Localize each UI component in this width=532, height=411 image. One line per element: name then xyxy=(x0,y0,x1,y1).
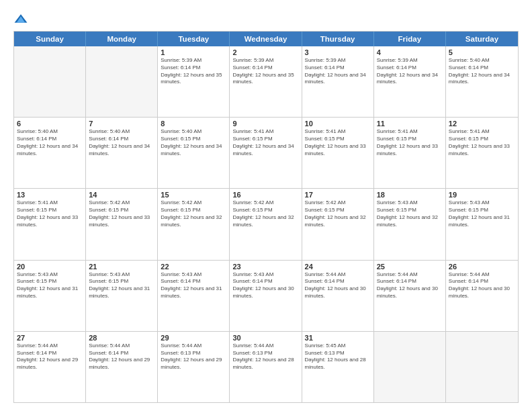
cell-info: Sunrise: 5:43 AM Sunset: 6:15 PM Dayligh… xyxy=(449,199,515,228)
calendar-cell: 11Sunrise: 5:41 AM Sunset: 6:15 PM Dayli… xyxy=(374,118,446,188)
calendar-cell: 5Sunrise: 5:40 AM Sunset: 6:14 PM Daylig… xyxy=(446,46,518,117)
calendar-cell: 29Sunrise: 5:44 AM Sunset: 6:13 PM Dayli… xyxy=(158,332,230,402)
day-number: 21 xyxy=(89,263,154,271)
logo xyxy=(13,12,31,27)
page: SundayMondayTuesdayWednesdayThursdayFrid… xyxy=(0,0,532,411)
day-number: 8 xyxy=(161,120,226,128)
cell-info: Sunrise: 5:43 AM Sunset: 6:14 PM Dayligh… xyxy=(232,271,298,300)
calendar-header-row: SundayMondayTuesdayWednesdayThursdayFrid… xyxy=(14,32,518,46)
cell-info: Sunrise: 5:40 AM Sunset: 6:14 PM Dayligh… xyxy=(449,57,515,86)
day-number: 3 xyxy=(305,48,371,56)
cell-info: Sunrise: 5:41 AM Sunset: 6:15 PM Dayligh… xyxy=(17,199,83,228)
calendar-cell: 3Sunrise: 5:39 AM Sunset: 6:14 PM Daylig… xyxy=(302,46,374,117)
calendar-cell: 15Sunrise: 5:42 AM Sunset: 6:15 PM Dayli… xyxy=(158,189,230,259)
day-number: 2 xyxy=(232,48,298,56)
calendar-cell: 27Sunrise: 5:44 AM Sunset: 6:14 PM Dayli… xyxy=(14,332,86,402)
calendar-body: 1Sunrise: 5:39 AM Sunset: 6:14 PM Daylig… xyxy=(14,46,518,402)
cell-info: Sunrise: 5:45 AM Sunset: 6:13 PM Dayligh… xyxy=(305,342,371,371)
calendar-cell: 20Sunrise: 5:43 AM Sunset: 6:15 PM Dayli… xyxy=(14,261,86,331)
calendar-cell: 31Sunrise: 5:45 AM Sunset: 6:13 PM Dayli… xyxy=(302,332,374,402)
calendar-week-row: 27Sunrise: 5:44 AM Sunset: 6:14 PM Dayli… xyxy=(14,332,518,402)
calendar-cell xyxy=(446,332,518,402)
calendar-cell: 30Sunrise: 5:44 AM Sunset: 6:13 PM Dayli… xyxy=(230,332,302,402)
cell-info: Sunrise: 5:44 AM Sunset: 6:14 PM Dayligh… xyxy=(377,271,443,300)
calendar-cell: 16Sunrise: 5:42 AM Sunset: 6:15 PM Dayli… xyxy=(230,189,302,259)
day-number: 4 xyxy=(377,48,443,56)
logo-icon xyxy=(13,12,28,27)
cell-info: Sunrise: 5:43 AM Sunset: 6:14 PM Dayligh… xyxy=(161,271,226,300)
cell-info: Sunrise: 5:39 AM Sunset: 6:14 PM Dayligh… xyxy=(305,57,371,86)
cell-info: Sunrise: 5:40 AM Sunset: 6:14 PM Dayligh… xyxy=(17,128,83,157)
day-number: 13 xyxy=(17,191,83,199)
day-number: 9 xyxy=(232,120,298,128)
day-number: 15 xyxy=(161,191,226,199)
calendar-header-cell: Wednesday xyxy=(230,32,302,46)
cell-info: Sunrise: 5:44 AM Sunset: 6:13 PM Dayligh… xyxy=(161,342,226,371)
day-number: 26 xyxy=(449,263,515,271)
day-number: 19 xyxy=(449,191,515,199)
cell-info: Sunrise: 5:42 AM Sunset: 6:15 PM Dayligh… xyxy=(89,199,154,228)
cell-info: Sunrise: 5:44 AM Sunset: 6:14 PM Dayligh… xyxy=(89,342,154,371)
day-number: 1 xyxy=(161,48,226,56)
cell-info: Sunrise: 5:42 AM Sunset: 6:15 PM Dayligh… xyxy=(232,199,298,228)
calendar-cell: 14Sunrise: 5:42 AM Sunset: 6:15 PM Dayli… xyxy=(86,189,158,259)
calendar-cell: 26Sunrise: 5:44 AM Sunset: 6:14 PM Dayli… xyxy=(446,261,518,331)
cell-info: Sunrise: 5:41 AM Sunset: 6:15 PM Dayligh… xyxy=(449,128,515,157)
day-number: 18 xyxy=(377,191,443,199)
calendar-cell: 10Sunrise: 5:41 AM Sunset: 6:15 PM Dayli… xyxy=(302,118,374,188)
calendar-cell: 18Sunrise: 5:43 AM Sunset: 6:15 PM Dayli… xyxy=(374,189,446,259)
calendar-header-cell: Tuesday xyxy=(158,32,230,46)
cell-info: Sunrise: 5:44 AM Sunset: 6:14 PM Dayligh… xyxy=(305,271,371,300)
day-number: 12 xyxy=(449,120,515,128)
calendar-cell xyxy=(374,332,446,402)
calendar-week-row: 1Sunrise: 5:39 AM Sunset: 6:14 PM Daylig… xyxy=(14,46,518,118)
cell-info: Sunrise: 5:40 AM Sunset: 6:14 PM Dayligh… xyxy=(89,128,154,157)
calendar-header-cell: Friday xyxy=(374,32,446,46)
day-number: 5 xyxy=(449,48,515,56)
calendar-cell xyxy=(86,46,158,117)
calendar-cell: 17Sunrise: 5:42 AM Sunset: 6:15 PM Dayli… xyxy=(302,189,374,259)
day-number: 7 xyxy=(89,120,154,128)
calendar: SundayMondayTuesdayWednesdayThursdayFrid… xyxy=(13,31,519,403)
calendar-cell: 24Sunrise: 5:44 AM Sunset: 6:14 PM Dayli… xyxy=(302,261,374,331)
calendar-week-row: 6Sunrise: 5:40 AM Sunset: 6:14 PM Daylig… xyxy=(14,118,518,189)
cell-info: Sunrise: 5:41 AM Sunset: 6:15 PM Dayligh… xyxy=(377,128,443,157)
cell-info: Sunrise: 5:44 AM Sunset: 6:13 PM Dayligh… xyxy=(232,342,298,371)
calendar-cell: 2Sunrise: 5:39 AM Sunset: 6:14 PM Daylig… xyxy=(230,46,302,117)
day-number: 6 xyxy=(17,120,83,128)
calendar-header-cell: Saturday xyxy=(446,32,518,46)
day-number: 31 xyxy=(305,334,371,342)
calendar-cell: 7Sunrise: 5:40 AM Sunset: 6:14 PM Daylig… xyxy=(86,118,158,188)
day-number: 17 xyxy=(305,191,371,199)
calendar-cell: 21Sunrise: 5:43 AM Sunset: 6:15 PM Dayli… xyxy=(86,261,158,331)
cell-info: Sunrise: 5:39 AM Sunset: 6:14 PM Dayligh… xyxy=(377,57,443,86)
calendar-cell: 25Sunrise: 5:44 AM Sunset: 6:14 PM Dayli… xyxy=(374,261,446,331)
day-number: 20 xyxy=(17,263,83,271)
cell-info: Sunrise: 5:43 AM Sunset: 6:15 PM Dayligh… xyxy=(377,199,443,228)
calendar-cell: 9Sunrise: 5:41 AM Sunset: 6:15 PM Daylig… xyxy=(230,118,302,188)
calendar-cell: 12Sunrise: 5:41 AM Sunset: 6:15 PM Dayli… xyxy=(446,118,518,188)
calendar-cell: 4Sunrise: 5:39 AM Sunset: 6:14 PM Daylig… xyxy=(374,46,446,117)
header xyxy=(13,12,519,27)
calendar-cell: 22Sunrise: 5:43 AM Sunset: 6:14 PM Dayli… xyxy=(158,261,230,331)
day-number: 23 xyxy=(232,263,298,271)
cell-info: Sunrise: 5:41 AM Sunset: 6:15 PM Dayligh… xyxy=(232,128,298,157)
day-number: 29 xyxy=(161,334,226,342)
cell-info: Sunrise: 5:39 AM Sunset: 6:14 PM Dayligh… xyxy=(161,57,226,86)
cell-info: Sunrise: 5:41 AM Sunset: 6:15 PM Dayligh… xyxy=(305,128,371,157)
day-number: 30 xyxy=(232,334,298,342)
calendar-cell xyxy=(14,46,86,117)
calendar-cell: 8Sunrise: 5:40 AM Sunset: 6:15 PM Daylig… xyxy=(158,118,230,188)
day-number: 22 xyxy=(161,263,226,271)
calendar-cell: 6Sunrise: 5:40 AM Sunset: 6:14 PM Daylig… xyxy=(14,118,86,188)
day-number: 24 xyxy=(305,263,371,271)
calendar-header-cell: Thursday xyxy=(302,32,374,46)
calendar-cell: 1Sunrise: 5:39 AM Sunset: 6:14 PM Daylig… xyxy=(158,46,230,117)
day-number: 27 xyxy=(17,334,83,342)
calendar-cell: 28Sunrise: 5:44 AM Sunset: 6:14 PM Dayli… xyxy=(86,332,158,402)
cell-info: Sunrise: 5:43 AM Sunset: 6:15 PM Dayligh… xyxy=(89,271,154,300)
cell-info: Sunrise: 5:43 AM Sunset: 6:15 PM Dayligh… xyxy=(17,271,83,300)
day-number: 16 xyxy=(232,191,298,199)
day-number: 14 xyxy=(89,191,154,199)
cell-info: Sunrise: 5:44 AM Sunset: 6:14 PM Dayligh… xyxy=(17,342,83,371)
